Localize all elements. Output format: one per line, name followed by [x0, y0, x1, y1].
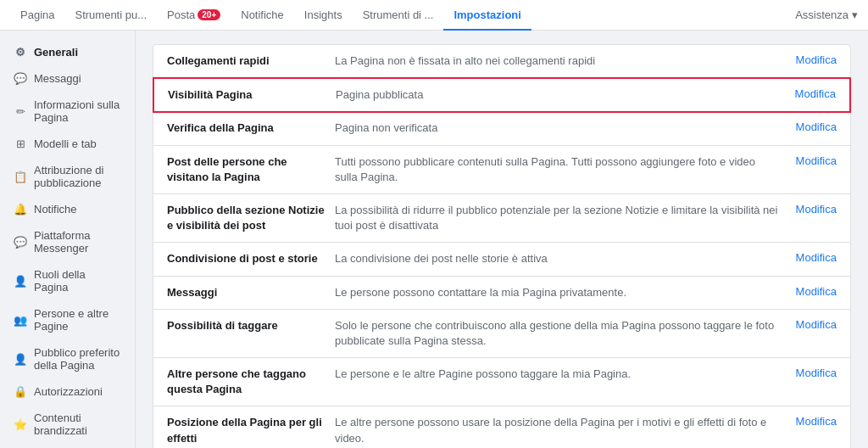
bell-icon: 🔔: [14, 203, 27, 216]
nav-pagina[interactable]: Pagina: [10, 0, 64, 31]
row-altre-persone-action: Modifica: [786, 367, 837, 379]
sidebar: ⚙ Generali 💬 Messaggi ✏ Informazioni sul…: [0, 31, 136, 448]
pencil-icon: ✏: [14, 105, 27, 118]
sidebar-ruoli-label: Ruoli della Pagina: [34, 268, 121, 294]
row-visibilita-label: Visibilità Pagina: [168, 87, 329, 103]
messenger-icon: 💬: [14, 236, 27, 249]
person-icon: 👤: [14, 275, 27, 288]
row-pubblico-sezione-label: Pubblico della sezione Notizie e visibil…: [167, 203, 328, 233]
row-collegamenti-action: Modifica: [786, 53, 837, 66]
sidebar-item-ruoli[interactable]: 👤 Ruoli della Pagina: [0, 261, 135, 300]
row-collegamenti-label: Collegamenti rapidi: [167, 53, 328, 69]
sidebar-messaggi-label: Messaggi: [34, 72, 81, 85]
top-navigation: Pagina Strumenti pu... Posta 20+ Notific…: [0, 0, 868, 31]
grid-icon: ⊞: [14, 137, 27, 150]
row-taggare-modifica[interactable]: Modifica: [796, 318, 837, 331]
row-altre-persone-modifica[interactable]: Modifica: [796, 367, 837, 379]
row-verifica-action: Modifica: [786, 120, 837, 133]
nav-posta-label: Posta: [167, 8, 195, 21]
message-icon: 💬: [14, 72, 27, 85]
lock-icon: 🔒: [14, 385, 27, 398]
row-verifica: Verifica della Pagina Pagina non verific…: [153, 112, 850, 145]
nav-notifiche[interactable]: Notifiche: [231, 0, 294, 31]
row-posizione-modifica[interactable]: Modifica: [796, 415, 837, 428]
sidebar-item-autorizzazioni[interactable]: 🔒 Autorizzazioni: [0, 378, 135, 405]
row-visibilita-action: Modifica: [785, 87, 836, 100]
chevron-down-icon: ▾: [852, 8, 858, 21]
sidebar-item-piattaforma[interactable]: 💬 Piattaforma Messenger: [0, 222, 135, 261]
row-condivisione-modifica[interactable]: Modifica: [796, 251, 837, 264]
sidebar-item-pubblico[interactable]: 👤 Pubblico preferito della Pagina: [0, 339, 135, 378]
row-altre-persone-value: Le persone e le altre Pagine possono tag…: [335, 367, 779, 382]
nav-notifiche-label: Notifiche: [241, 8, 284, 21]
sidebar-item-notifiche[interactable]: 🔔 Notifiche: [0, 196, 135, 222]
row-messaggi-label: Messaggi: [167, 285, 328, 300]
row-verifica-value: Pagina non verificata: [335, 120, 779, 136]
nav-impostazioni-label: Impostazioni: [453, 8, 520, 21]
posta-badge: 20+: [198, 9, 220, 20]
gear-icon: ⚙: [14, 46, 27, 59]
nav-posta[interactable]: Posta 20+: [157, 0, 231, 31]
row-visibilita-value: Pagina pubblicata: [336, 87, 778, 103]
row-visibilita-modifica[interactable]: Modifica: [795, 87, 836, 100]
sidebar-item-instagram[interactable]: 📷 Instagram: [0, 444, 135, 448]
row-taggare: Possibilità di taggare Solo le persone c…: [153, 310, 850, 358]
row-messaggi-value: Le persone possono contattare la mia Pag…: [335, 285, 779, 300]
sidebar-piattaforma-label: Piattaforma Messenger: [34, 229, 121, 255]
person2-icon: 👤: [14, 353, 27, 366]
nav-items: Pagina Strumenti pu... Posta 20+ Notific…: [10, 0, 531, 31]
sidebar-modelli-label: Modelli e tab: [34, 137, 97, 150]
row-condivisione-label: Condivisione di post e storie: [167, 251, 328, 266]
assistenza-button[interactable]: Assistenza ▾: [795, 8, 858, 21]
row-pubblico-sezione-value: La possibilità di ridurre il pubblico po…: [335, 203, 779, 233]
sidebar-persone-label: Persone e altre Pagine: [34, 307, 121, 333]
row-condivisione: Condivisione di post e storie La condivi…: [153, 243, 850, 276]
sidebar-item-messaggi[interactable]: 💬 Messaggi: [0, 65, 135, 92]
people-icon: 👥: [14, 314, 27, 327]
row-condivisione-action: Modifica: [786, 251, 837, 264]
row-collegamenti-modifica[interactable]: Modifica: [796, 53, 837, 66]
row-post-persone-modifica[interactable]: Modifica: [796, 154, 837, 167]
row-posizione-label: Posizione della Pagina per gli effetti: [167, 415, 328, 445]
nav-pagina-label: Pagina: [20, 8, 54, 21]
row-messaggi-modifica[interactable]: Modifica: [796, 285, 837, 298]
sidebar-contenuti-label: Contenuti brandizzati: [34, 412, 121, 437]
row-post-persone-action: Modifica: [786, 154, 837, 167]
sidebar-item-generali[interactable]: ⚙ Generali: [0, 39, 135, 65]
nav-strumenti-pu-label: Strumenti pu...: [75, 8, 147, 21]
row-taggare-value: Solo le persone che contribuiscono alla …: [335, 318, 779, 349]
nav-strumenti-di-label: Strumenti di ...: [363, 8, 434, 21]
main-layout: ⚙ Generali 💬 Messaggi ✏ Informazioni sul…: [0, 31, 868, 448]
nav-strumenti-pu[interactable]: Strumenti pu...: [64, 0, 157, 31]
sidebar-informazioni-label: Informazioni sulla Pagina: [34, 98, 121, 124]
sidebar-pubblico-label: Pubblico preferito della Pagina: [34, 346, 121, 372]
row-posizione: Posizione della Pagina per gli effetti L…: [153, 406, 850, 448]
star-outline-icon: ⭐: [14, 418, 27, 431]
row-altre-persone-label: Altre persone che taggano questa Pagina: [167, 367, 328, 397]
nav-insights[interactable]: Insights: [294, 0, 353, 31]
sidebar-notifiche-label: Notifiche: [34, 203, 77, 216]
settings-table: Collegamenti rapidi La Pagina non è fiss…: [153, 44, 851, 448]
sidebar-item-informazioni[interactable]: ✏ Informazioni sulla Pagina: [0, 92, 135, 131]
nav-impostazioni[interactable]: Impostazioni: [443, 0, 531, 31]
row-verifica-label: Verifica della Pagina: [167, 120, 328, 136]
sidebar-item-persone[interactable]: 👥 Persone e altre Pagine: [0, 300, 135, 339]
row-post-persone-value: Tutti possono pubblicare contenuti sulla…: [335, 154, 779, 185]
sidebar-generali-label: Generali: [34, 46, 78, 59]
row-messaggi: Messaggi Le persone possono contattare l…: [153, 277, 850, 310]
clipboard-icon: 📋: [14, 171, 27, 183]
row-collegamenti: Collegamenti rapidi La Pagina non è fiss…: [153, 45, 850, 78]
nav-strumenti-di[interactable]: Strumenti di ...: [353, 0, 444, 31]
row-posizione-action: Modifica: [786, 415, 837, 428]
row-collegamenti-value: La Pagina non è fissata in alto nei coll…: [335, 53, 779, 69]
assistenza-label: Assistenza: [795, 8, 849, 21]
row-verifica-modifica[interactable]: Modifica: [796, 120, 837, 133]
row-pubblico-sezione-modifica[interactable]: Modifica: [796, 203, 837, 216]
row-taggare-label: Possibilità di taggare: [167, 318, 328, 333]
row-pubblico-sezione-action: Modifica: [786, 203, 837, 216]
sidebar-item-modelli[interactable]: ⊞ Modelli e tab: [0, 131, 135, 157]
sidebar-item-attribuzione[interactable]: 📋 Attribuzione di pubblicazione: [0, 157, 135, 196]
sidebar-autorizzazioni-label: Autorizzazioni: [34, 385, 103, 398]
row-pubblico-sezione: Pubblico della sezione Notizie e visibil…: [153, 194, 850, 243]
sidebar-item-contenuti[interactable]: ⭐ Contenuti brandizzati: [0, 405, 135, 444]
